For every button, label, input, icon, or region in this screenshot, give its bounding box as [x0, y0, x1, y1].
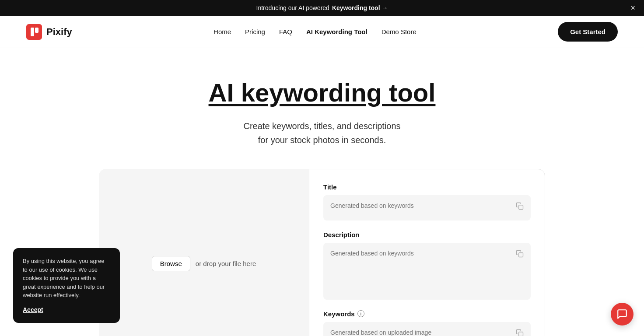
navbar: Pixify Home Pricing FAQ AI Keywording To…: [0, 16, 644, 48]
logo-text: Pixify: [46, 26, 72, 38]
keywords-input[interactable]: [323, 322, 531, 336]
browse-button[interactable]: Browse: [152, 256, 190, 271]
svg-rect-2: [35, 28, 38, 33]
announcement-bar: Introducing our AI powered Keywording to…: [0, 0, 644, 16]
svg-rect-1: [31, 28, 34, 36]
svg-rect-3: [519, 205, 523, 210]
copy-icon-2: [516, 250, 524, 258]
nav-links: Home Pricing FAQ AI Keywording Tool Demo…: [214, 28, 416, 36]
title-input[interactable]: [323, 195, 531, 220]
cookie-text: By using this website, you agree to our …: [23, 257, 110, 300]
hero-title: AI keywording tool: [9, 79, 635, 107]
title-copy-button[interactable]: [514, 200, 525, 214]
svg-rect-5: [519, 332, 523, 336]
hero-subtitle: Create keywords, titles, and description…: [9, 119, 635, 147]
upload-content: Browse or drop your file here: [152, 256, 256, 271]
output-panel: Title Description: [309, 169, 545, 336]
announcement-close-button[interactable]: ×: [630, 4, 635, 12]
tool-area: Browse or drop your file here Title Desc…: [81, 169, 563, 336]
description-label: Description: [323, 231, 531, 238]
keywords-info-icon: i: [357, 310, 364, 317]
chat-icon: [616, 308, 628, 320]
title-field-wrapper: [323, 195, 531, 222]
title-label: Title: [323, 183, 531, 191]
copy-icon-3: [516, 329, 524, 336]
logo-icon: [26, 24, 42, 40]
nav-demo-store[interactable]: Demo Store: [382, 28, 416, 35]
nav-faq[interactable]: FAQ: [279, 28, 292, 35]
accept-cookies-button[interactable]: Accept: [23, 306, 43, 313]
copy-icon: [516, 202, 524, 210]
keywords-field-wrapper: [323, 322, 531, 336]
logo-link[interactable]: Pixify: [26, 24, 72, 40]
cookie-banner: By using this website, you agree to our …: [13, 248, 120, 323]
announcement-link[interactable]: Keywording tool →: [332, 4, 388, 11]
upload-hint: or drop your file here: [196, 260, 256, 267]
keywords-label: Keywords i: [323, 310, 531, 318]
get-started-button[interactable]: Get Started: [558, 22, 618, 42]
upload-panel[interactable]: Browse or drop your file here: [99, 169, 309, 336]
chat-bubble-button[interactable]: [611, 303, 634, 326]
hero-section: AI keywording tool Create keywords, titl…: [0, 48, 644, 169]
description-input[interactable]: [323, 243, 531, 300]
nav-ai-keywording[interactable]: AI Keywording Tool: [306, 28, 368, 35]
description-field-wrapper: [323, 243, 531, 301]
keywords-copy-button[interactable]: [514, 327, 525, 336]
announcement-text: Introducing our AI powered: [256, 4, 329, 11]
svg-rect-4: [519, 253, 523, 257]
nav-pricing[interactable]: Pricing: [245, 28, 265, 35]
description-copy-button[interactable]: [514, 248, 525, 261]
nav-home[interactable]: Home: [214, 28, 231, 35]
